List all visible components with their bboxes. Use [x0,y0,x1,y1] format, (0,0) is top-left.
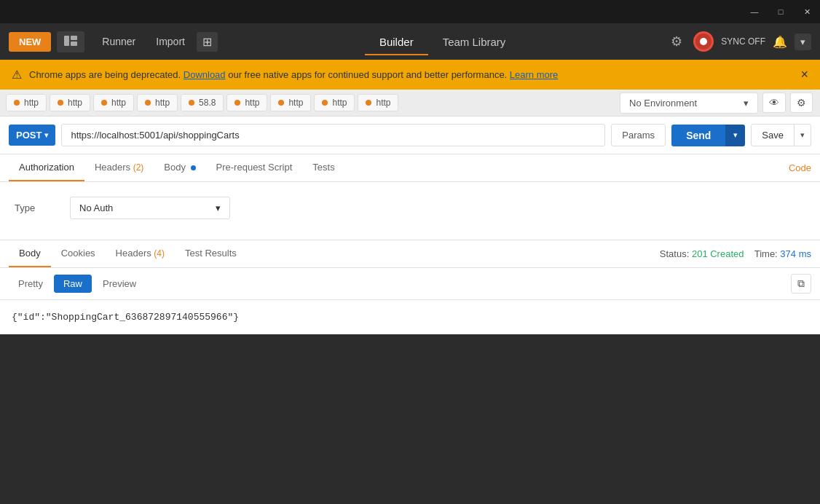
tab-builder[interactable]: Builder [365,30,428,54]
copy-button[interactable]: ⧉ [791,274,811,294]
auth-type-select[interactable]: No Auth ▾ [70,197,230,219]
tab-item[interactable]: 58.8 [181,94,224,111]
deprecation-banner: ⚠ Chrome apps are being deprecated. Down… [0,60,820,90]
headers-resp-badge: (4) [154,248,165,259]
tab-authorization[interactable]: Authorization [9,154,84,181]
send-button[interactable]: Send [671,125,725,146]
titlebar: — □ ✕ [0,0,820,23]
new-button[interactable]: NEW [9,32,51,52]
minimize-button[interactable]: — [747,7,762,16]
environment-select[interactable]: No Environment ▾ [620,92,758,114]
code-button[interactable]: Code [789,155,811,181]
resp-tab-cookies[interactable]: Cookies [51,240,106,267]
response-status: Status: 201 Created Time: 374 ms [660,248,811,259]
auth-type-value: No Auth [79,202,113,213]
import-button[interactable]: Import [147,31,194,52]
tab-item[interactable]: http [314,94,355,111]
response-section: Body Cookies Headers (4) Test Results St… [0,240,820,334]
environment-controls: No Environment ▾ 👁 ⚙ [612,92,820,114]
new-tab-button[interactable]: ⊞ [197,32,218,52]
tab-dot [278,100,284,106]
tab-pre-request[interactable]: Pre-request Script [206,154,303,181]
download-link[interactable]: Download [184,69,226,80]
resp-body-tab-pretty[interactable]: Pretty [9,275,52,293]
learn-more-link[interactable]: Learn more [510,69,558,80]
status-value: 201 Created [692,248,744,259]
resp-body-tab-preview[interactable]: Preview [93,275,146,293]
tab-item[interactable]: http [93,94,134,111]
send-chevron-button[interactable]: ▾ [725,125,745,146]
response-body-tabs: Pretty Raw Preview ⧉ [0,268,820,300]
tab-tests[interactable]: Tests [302,154,344,181]
tabs-env-row: http http http http 58.8 http http http … [0,90,820,117]
request-tabs-bar: http http http http 58.8 http http http … [0,90,612,116]
tab-headers[interactable]: Headers (2) [84,154,154,181]
tab-team-library[interactable]: Team Library [428,30,521,54]
sync-label: SYNC OFF [721,36,765,47]
notifications-button[interactable]: 🔔 [773,35,787,49]
tab-dot [189,100,194,106]
maximize-button[interactable]: □ [773,7,788,16]
request-bar: POST ▾ Params Send ▾ Save ▾ [0,117,820,154]
chevron-down-icon: ▾ [44,131,48,139]
save-button-group: Save ▾ [751,124,811,146]
auth-section: Type No Auth ▾ [0,182,820,240]
tab-dot [14,100,20,106]
nav-tabs: Builder Team Library [365,30,520,54]
save-button[interactable]: Save [751,124,795,146]
tab-dot [322,100,328,106]
toolbar-right: ⚙ SYNC OFF 🔔 ▾ [667,31,811,52]
svg-rect-0 [64,36,69,46]
environment-value: No Environment [629,98,697,109]
banner-main-text: Chrome apps are being deprecated. [29,69,181,80]
tab-item[interactable]: http [226,94,267,111]
url-input[interactable] [61,124,605,146]
request-section-tabs: Authorization Headers (2) Body Pre-reque… [0,154,820,182]
type-label: Type [15,202,58,213]
warning-icon: ⚠ [12,68,22,82]
toolbar-nav: Runner Import ⊞ [93,31,218,52]
resp-tab-test-results[interactable]: Test Results [175,240,247,267]
resp-body-tab-raw[interactable]: Raw [54,275,92,293]
method-select[interactable]: POST ▾ [9,125,55,146]
more-options-button[interactable]: ▾ [795,34,811,50]
runner-button[interactable]: Runner [93,31,144,52]
environment-eye-button[interactable]: 👁 [762,92,786,113]
save-chevron-button[interactable]: ▾ [795,124,811,146]
layout-icon-button[interactable] [57,31,84,52]
svg-rect-2 [71,42,77,46]
svg-rect-1 [71,36,77,40]
time-value: 374 ms [780,248,811,259]
tab-dot [145,100,151,106]
tab-item[interactable]: http [6,94,47,111]
response-tabs-bar: Body Cookies Headers (4) Test Results St… [0,240,820,268]
chevron-down-icon: ▾ [744,98,749,109]
banner-text: Chrome apps are being deprecated. Downlo… [29,69,793,80]
type-row: Type No Auth ▾ [15,197,805,219]
status-label: Status: [660,248,689,259]
chevron-down-icon: ▾ [216,202,221,213]
method-value: POST [16,130,42,141]
response-content: {"id":"ShoppingCart_636872897140555966"} [0,300,820,334]
tab-item[interactable]: http [50,94,90,111]
tab-dot [366,100,371,106]
resp-tab-body[interactable]: Body [9,240,51,267]
main-toolbar: NEW Runner Import ⊞ Builder Team Library… [0,23,820,60]
tab-item[interactable]: http [137,94,178,111]
settings-icon-button[interactable]: ⚙ [667,32,686,51]
banner-close-button[interactable]: × [800,67,808,82]
send-button-group: Send ▾ [671,125,745,146]
tab-item[interactable]: http [358,94,398,111]
sync-circle[interactable] [693,31,714,52]
tab-dot [101,100,107,106]
resp-tab-headers[interactable]: Headers (4) [106,240,175,267]
banner-mid-text: our free native apps for continued suppo… [226,69,508,80]
params-button[interactable]: Params [611,124,666,146]
headers-badge: (2) [133,162,144,173]
close-button[interactable]: ✕ [800,7,814,17]
environment-gear-button[interactable]: ⚙ [790,92,813,113]
tab-dot [234,100,240,106]
sync-indicator [700,38,707,45]
tab-item[interactable]: http [270,94,311,111]
tab-body[interactable]: Body [154,154,205,181]
